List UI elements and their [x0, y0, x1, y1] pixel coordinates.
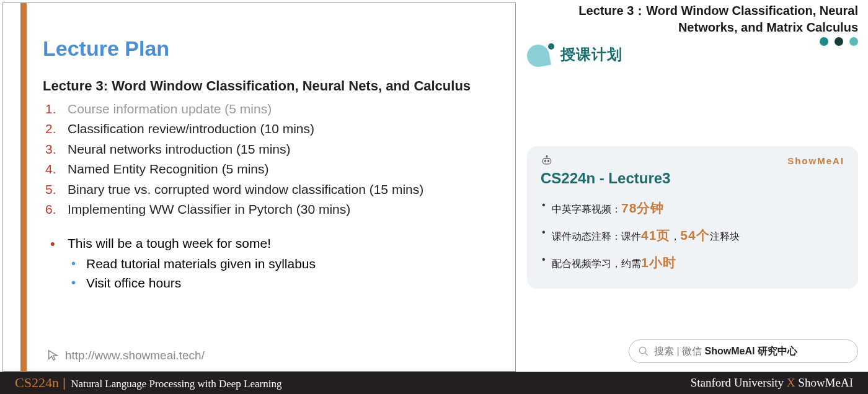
dot-icon [835, 37, 843, 46]
svg-point-4 [546, 155, 547, 157]
svg-rect-0 [542, 159, 551, 164]
plan-list: Course information update (5 mins) Class… [43, 99, 497, 220]
footer-link-text: http://www.showmeai.tech/ [65, 349, 205, 362]
lecture-header: Lecture 3：Word Window Classification, Ne… [527, 2, 858, 36]
divider: | [63, 376, 66, 390]
note-main: This will be a tough week for some! [43, 234, 497, 254]
footer-link[interactable]: http://www.showmeai.tech/ [46, 349, 205, 362]
bottom-right: Stanford University X ShowMeAI [691, 376, 853, 390]
card-list: 中英字幕视频：78分钟 课件动态注释：课件41页，54个注释块 配合视频学习，约… [541, 195, 844, 276]
dot-icon [849, 37, 858, 46]
section-header: 授课计划 [527, 43, 858, 66]
bottom-bar: CS224n | Natural Language Processing wit… [0, 372, 868, 394]
course-code: CS224n [15, 375, 59, 391]
plan-item-6: Implementing WW Classifier in Pytorch (3… [43, 199, 497, 220]
note-sub-2: Visit office hours [43, 273, 497, 293]
search-text: 搜索 | 微信 ShowMeAI 研究中心 [654, 345, 797, 358]
svg-point-1 [544, 160, 546, 162]
info-card: ShowMeAI CS224n - Lecture3 中英字幕视频：78分钟 课… [527, 146, 858, 289]
robot-icon [541, 155, 553, 166]
slide-title: Lecture Plan [43, 37, 497, 61]
card-item-video: 中英字幕视频：78分钟 [541, 195, 844, 222]
svg-line-6 [645, 352, 648, 356]
lecture-header-line2: Networks, and Matrix Calculus [527, 19, 858, 36]
section-title: 授课计划 [560, 45, 622, 64]
accent-bar [20, 3, 27, 371]
plan-item-4: Named Entity Recognition (5 mins) [43, 159, 497, 180]
course-name: Natural Language Processing with Deep Le… [71, 378, 281, 390]
plan-item-3: Neural networks introduction (15 mins) [43, 139, 497, 160]
card-item-duration: 配合视频学习，约需1小时 [541, 249, 844, 276]
lecture-header-line1: Lecture 3：Word Window Classification, Ne… [527, 2, 858, 19]
section-icon [527, 43, 554, 66]
plan-item-2: Classification review/introduction (10 m… [43, 119, 497, 139]
brand-label: ShowMeAI [787, 155, 844, 166]
slide-content: Lecture Plan Lecture 3: Word Window Clas… [27, 3, 515, 371]
right-panel: Lecture 3：Word Window Classification, Ne… [516, 0, 868, 369]
slide-subtitle: Lecture 3: Word Window Classification, N… [43, 77, 497, 95]
bottom-left: CS224n | Natural Language Processing wit… [15, 375, 281, 391]
search-icon [638, 346, 649, 357]
note-sub-1: Read tutorial materials given in syllabu… [43, 254, 497, 274]
plan-item-5: Binary true vs. corrupted word window cl… [43, 180, 497, 200]
search-box[interactable]: 搜索 | 微信 ShowMeAI 研究中心 [629, 339, 858, 363]
slide-panel: Lecture Plan Lecture 3: Word Window Clas… [2, 2, 516, 372]
notes-block: This will be a tough week for some! Read… [43, 234, 497, 293]
card-item-slides: 课件动态注释：课件41页，54个注释块 [541, 222, 844, 249]
plan-item-1: Course information update (5 mins) [43, 99, 497, 120]
dot-icon [820, 37, 828, 46]
card-title: CS224n - Lecture3 [541, 170, 844, 187]
svg-point-2 [547, 160, 549, 162]
cursor-icon [46, 349, 60, 362]
svg-point-5 [639, 347, 646, 354]
